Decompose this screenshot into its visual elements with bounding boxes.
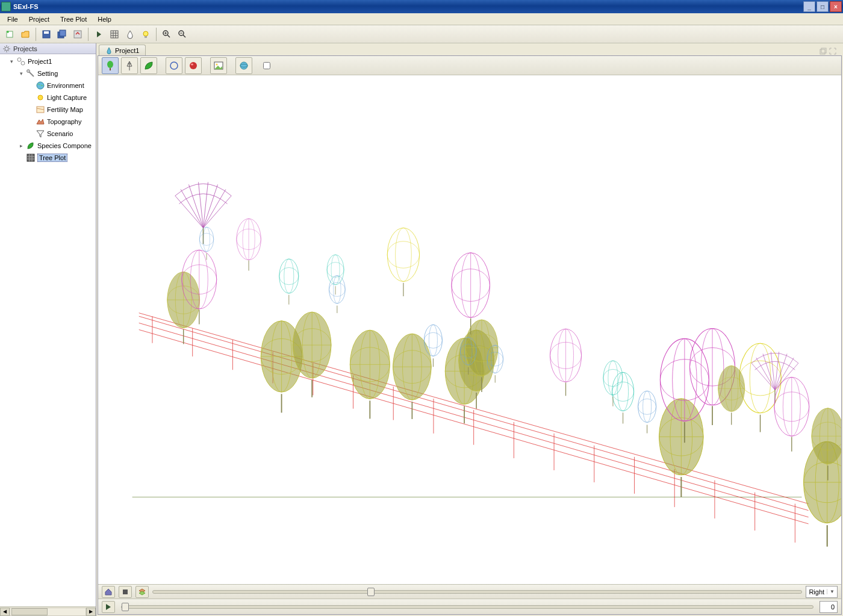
play-timeline-button[interactable] xyxy=(102,601,115,613)
zoom-out-button[interactable] xyxy=(175,27,190,42)
combo-value: Right xyxy=(809,588,824,596)
tree-node-topography[interactable]: Topography xyxy=(1,116,95,128)
tree-node-tree-plot[interactable]: Tree Plot xyxy=(1,152,95,164)
svg-point-43 xyxy=(107,61,113,68)
light-button[interactable] xyxy=(138,27,153,42)
scroll-thumb[interactable] xyxy=(11,608,48,615)
node-label: Light Capture xyxy=(47,94,87,101)
layers-button[interactable] xyxy=(135,586,149,598)
panel-h-scrollbar[interactable]: ◀ ▶ xyxy=(0,606,96,616)
minimize-button[interactable]: _ xyxy=(803,1,815,12)
zoom-in-button[interactable] xyxy=(160,27,174,42)
scroll-right-button[interactable]: ▶ xyxy=(86,608,96,616)
home-view-button[interactable] xyxy=(102,586,115,598)
gear-icon xyxy=(2,45,11,53)
tree-node-fertility-map[interactable]: Fertility Map xyxy=(1,104,95,116)
toggle-checkbox[interactable] xyxy=(263,62,270,69)
tree-node-setting[interactable]: ▾ Setting xyxy=(1,67,95,79)
leaf-icon xyxy=(143,60,154,71)
svg-point-49 xyxy=(216,63,218,65)
svg-point-30 xyxy=(21,61,25,65)
maximize-button[interactable]: □ xyxy=(817,1,829,12)
restore-icon[interactable] xyxy=(819,47,827,55)
editor-tab-project1[interactable]: Project1 xyxy=(99,45,146,55)
expand-icon[interactable]: ▾ xyxy=(18,70,24,76)
3d-viewport[interactable] xyxy=(98,75,841,584)
scroll-track[interactable] xyxy=(10,608,86,616)
svg-point-45 xyxy=(170,62,178,69)
tree-node-environment[interactable]: Environment xyxy=(1,79,95,92)
forest-visualization xyxy=(98,75,841,584)
globe-small-icon xyxy=(238,60,249,71)
bulb-icon xyxy=(141,30,151,39)
fit-button[interactable] xyxy=(119,586,132,598)
tree-wire-button[interactable] xyxy=(121,57,138,74)
zoom-slider[interactable] xyxy=(152,590,802,594)
snapshot-button[interactable] xyxy=(210,57,227,74)
funnel-icon xyxy=(36,129,45,138)
svg-line-14 xyxy=(167,35,170,37)
toolbar-separator xyxy=(156,28,157,41)
panel-title: Projects xyxy=(13,45,37,52)
svg-point-46 xyxy=(190,62,197,69)
folder-icon xyxy=(20,30,30,39)
tree-node-species[interactable]: ▸ Species Compone xyxy=(1,140,95,152)
run-button[interactable] xyxy=(92,27,106,42)
frame-number[interactable]: 0 xyxy=(820,601,838,613)
picture-icon xyxy=(213,60,224,71)
menu-tree-plot[interactable]: Tree Plot xyxy=(55,14,92,24)
maximize-view-icon[interactable] xyxy=(829,47,837,55)
globe-button[interactable] xyxy=(235,57,252,74)
grid-button[interactable] xyxy=(107,27,122,42)
menu-help[interactable]: Help xyxy=(93,14,116,24)
expand-icon[interactable]: ▾ xyxy=(8,58,14,64)
view-slider-bar: Right ▼ xyxy=(98,584,841,599)
tree-node-project[interactable]: ▾ Project1 xyxy=(1,55,95,67)
water-button[interactable] xyxy=(123,27,137,42)
scroll-left-button[interactable]: ◀ xyxy=(0,608,10,616)
tree-node-scenario[interactable]: Scenario xyxy=(1,128,95,140)
project-tree[interactable]: ▾ Project1 ▾ Setting Environment Light C… xyxy=(0,54,96,606)
save-all-button[interactable] xyxy=(55,27,69,42)
open-button[interactable] xyxy=(18,27,33,42)
svg-rect-41 xyxy=(820,49,825,54)
node-label: Environment xyxy=(47,82,84,89)
tree-node-light-capture[interactable]: Light Capture xyxy=(1,92,95,104)
svg-line-18 xyxy=(183,35,185,37)
menu-file[interactable]: File xyxy=(2,14,23,24)
view-direction-combo[interactable]: Right ▼ xyxy=(806,586,838,598)
menubar: File Project Tree Plot Help xyxy=(0,13,843,25)
timeline-thumb[interactable] xyxy=(122,603,129,611)
svg-rect-36 xyxy=(27,154,34,161)
leaf-button[interactable] xyxy=(140,57,157,74)
circle-icon xyxy=(169,60,179,71)
menu-project[interactable]: Project xyxy=(24,14,54,24)
main-toolbar xyxy=(0,25,843,43)
slider-thumb[interactable] xyxy=(367,588,375,596)
tab-label: Project1 xyxy=(115,47,139,54)
timeline-slider[interactable] xyxy=(121,605,813,609)
tree-solid-button[interactable] xyxy=(102,57,119,74)
save-button[interactable] xyxy=(39,27,54,42)
svg-rect-6 xyxy=(111,31,118,38)
sphere-button[interactable] xyxy=(185,57,202,74)
close-button[interactable]: × xyxy=(830,1,842,12)
new-project-button[interactable] xyxy=(2,27,17,42)
grid-icon xyxy=(110,30,119,39)
toolbar-separator xyxy=(88,28,89,41)
app-icon xyxy=(1,2,11,11)
grid-small-icon xyxy=(26,153,36,163)
svg-line-25 xyxy=(4,46,5,48)
terrain-icon xyxy=(36,117,45,126)
circle-button[interactable] xyxy=(166,57,182,74)
svg-point-50 xyxy=(240,62,247,69)
svg-point-11 xyxy=(143,31,148,36)
svg-point-31 xyxy=(27,70,30,73)
gears-icon xyxy=(16,57,26,66)
panel-header: Projects xyxy=(0,43,96,54)
square-icon xyxy=(121,588,129,596)
play-icon xyxy=(94,30,104,39)
expand-icon[interactable]: ▸ xyxy=(18,143,24,149)
export-button[interactable] xyxy=(70,27,85,42)
sparkle-icon xyxy=(5,30,14,39)
